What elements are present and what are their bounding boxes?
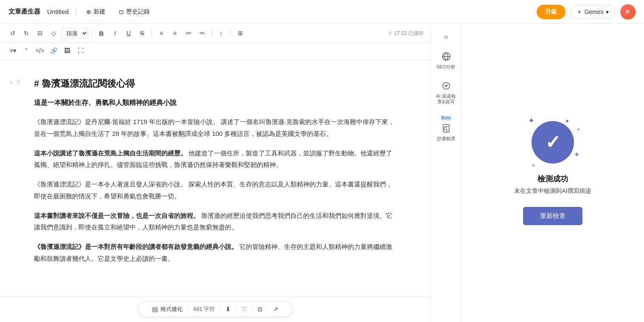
format-optimize-btn[interactable]: ▤ 格式優化	[147, 305, 188, 313]
article-para1[interactable]: 《魯濱遜漂流記》是丹尼爾·笛福於 1719 年出版的一本冒險小說。 講述了一個名…	[34, 116, 397, 140]
more-options-button[interactable]: ≡▾	[7, 45, 19, 56]
toolbar-sep2	[152, 29, 152, 37]
new-button-label: 新建	[93, 8, 105, 16]
sparkle-icon-4: ✦	[574, 150, 580, 159]
header-right: 升級 ✦ Gemini ▾ K	[537, 4, 636, 20]
editor-area: ↺ ↻ ⊟ ◇ 段落 B I U S ≡ ≡ ≔ ≕ ↕ ⊞ ✓ 17:22 已…	[0, 24, 431, 322]
fullscreen-button[interactable]: ⛶	[75, 45, 87, 56]
article-para2[interactable]: 這本小說講述了魯濱遜在荒島上獨自生活期間的經歷。 他建造了一個住所，製造了工具和…	[34, 147, 397, 171]
block-actions: + ⠿	[8, 78, 21, 87]
plagiarism-label: 抄袭检查	[437, 136, 456, 141]
paste-button[interactable]: ⊟	[34, 27, 46, 39]
success-title: 檢測成功	[537, 174, 568, 184]
main-area: ↺ ↻ ⊟ ◇ 段落 B I U S ≡ ≡ ≔ ≕ ↕ ⊞ ✓ 17:22 已…	[0, 24, 644, 322]
undo-button[interactable]: ↺	[7, 27, 19, 39]
history-button-label: 歷史記錄	[126, 8, 150, 16]
new-button[interactable]: ⊕ 新建	[83, 6, 109, 17]
copy-icon: ⧉	[258, 305, 262, 313]
article-para3[interactable]: 《魯濱遜漂流記》是一本令人著迷且發人深省的小說。 探索人性的本質、生存的意志以及…	[34, 178, 397, 202]
para2-bold: 這本小說講述了魯濱遜在荒島上獨自生活期間的經歷。	[34, 150, 187, 157]
heart-icon: ♡	[242, 305, 247, 313]
redo-button[interactable]: ↻	[20, 27, 32, 39]
upgrade-button[interactable]: 升級	[537, 5, 565, 19]
sparkle-icon-3: ✦	[532, 163, 535, 168]
bottom-toolbar: ▤ 格式優化 491 字符 ⬇ ♡ ⧉ ↗	[138, 302, 292, 317]
success-subtitle: 未在文章中檢測到AI撰寫痕迹	[514, 187, 591, 195]
unordered-list-button[interactable]: ≕	[196, 27, 208, 39]
article-para5[interactable]: 《魯濱遜漂流記》是一本對所有年齡段的讀者都有啟發意義的經典小說。 它的冒險精神、…	[34, 241, 397, 265]
italic-button[interactable]: I	[109, 27, 121, 39]
chevron-right-icon: »	[444, 32, 448, 41]
header-divider	[76, 8, 76, 16]
svg-point-5	[444, 127, 447, 130]
toolbar-sep3	[211, 29, 212, 37]
code-button[interactable]: </>	[34, 45, 46, 56]
seo-label: SEO分析	[436, 64, 456, 70]
gemini-button[interactable]: ✦ Gemini ▾	[571, 5, 615, 19]
save-status: ✓ 17:22 已儲存	[388, 30, 424, 37]
right-panel: ✓ ✦ ✦ ✦ ✦ ✦ 檢測成功 未在文章中檢測到AI撰寫痕迹 重新檢查	[461, 24, 644, 322]
header: 文章產生器 Untitled ⊕ 新建 ⊡ 歷史記錄 升級 ✦ Gemini ▾…	[0, 0, 644, 24]
strikethrough-button[interactable]: S	[136, 27, 148, 39]
save-status-text: ✓ 17:22 已儲存	[388, 30, 424, 37]
format-label: 格式優化	[160, 305, 183, 313]
paragraph-select[interactable]: 段落	[61, 28, 88, 39]
align-left-button[interactable]: ≡	[155, 27, 167, 39]
copy-btn[interactable]: ⧉	[253, 305, 268, 313]
link-button[interactable]: 🔗	[48, 45, 59, 56]
seo-analysis-button[interactable]: SEO分析	[434, 46, 458, 74]
sparkle-icon-5: ✦	[528, 116, 534, 125]
editor-content[interactable]: + ⠿ # 魯濱遜漂流記閱後心得 這是一本關於生存、勇氣和人類精神的經典小說 《…	[0, 60, 430, 296]
page-break-button[interactable]: ⊞	[234, 27, 246, 39]
history-button[interactable]: ⊡ 歷史記錄	[115, 6, 153, 17]
add-block-button[interactable]: +	[8, 78, 14, 87]
toolbar-row1: ↺ ↻ ⊟ ◇ 段落 B I U S ≡ ≡ ≔ ≕ ↕ ⊞ ✓ 17:22 已…	[0, 24, 430, 43]
gemini-button-label: Gemini	[585, 8, 603, 15]
ai-check-icon	[440, 80, 452, 92]
toolbar-sep1	[92, 29, 92, 37]
download-icon: ⬇	[225, 305, 231, 313]
checkmark-icon: ✓	[545, 131, 561, 153]
check-graphic: ✓ ✦ ✦ ✦ ✦ ✦	[532, 121, 574, 164]
document-title[interactable]: Untitled	[47, 8, 69, 15]
bold-button[interactable]: B	[96, 27, 107, 39]
quote-button[interactable]: "	[20, 45, 32, 56]
line-spacing-button[interactable]: ↕	[215, 27, 227, 39]
right-sidebar: » SEO分析 AI 痕迹检查&改写 Bet	[431, 24, 461, 322]
export-icon: ↗	[273, 305, 278, 313]
format-icon: ▤	[152, 305, 158, 313]
ai-label: AI 痕迹检查&改写	[436, 93, 456, 105]
sparkle-icon-1: ✦	[565, 118, 570, 124]
seo-icon	[440, 51, 452, 62]
chevron-down-icon: ▾	[606, 8, 609, 15]
toolbar-row2: ≡▾ " </> 🔗 🖼 ⛶	[0, 43, 430, 60]
plagiarism-icon	[440, 122, 452, 134]
para4-bold: 這本書對讀者來說不僅是一次冒險，也是一次自省的旅程。	[34, 212, 200, 219]
para5-bold: 《魯濱遜漂流記》是一本對所有年齡段的讀者都有啟發意義的經典小說。	[34, 243, 238, 250]
word-count: 491 字符	[188, 305, 220, 313]
avatar-initials: K	[626, 8, 630, 15]
ordered-list-button[interactable]: ≔	[183, 27, 194, 39]
history-icon: ⊡	[119, 8, 124, 15]
sidebar-collapse-button[interactable]: »	[440, 29, 451, 45]
avatar[interactable]: K	[620, 4, 636, 20]
favorite-btn[interactable]: ♡	[236, 305, 253, 313]
ai-check-button[interactable]: AI 痕迹检查&改写	[434, 76, 458, 109]
plagiarism-button[interactable]: Beta 抄袭检查	[434, 111, 458, 146]
align-center-button[interactable]: ≡	[169, 27, 181, 39]
brand-label: 文章產生器	[8, 8, 40, 16]
check-circle: ✓	[532, 121, 574, 164]
export-btn[interactable]: ↗	[268, 305, 284, 313]
editor-bottom: ▤ 格式優化 491 字符 ⬇ ♡ ⧉ ↗	[0, 296, 430, 322]
image-button[interactable]: 🖼	[61, 45, 73, 56]
recheck-button[interactable]: 重新檢查	[523, 207, 582, 225]
underline-button[interactable]: U	[123, 27, 135, 39]
download-btn[interactable]: ⬇	[220, 305, 236, 313]
drag-block-button[interactable]: ⠿	[15, 78, 21, 87]
article-para4[interactable]: 這本書對讀者來說不僅是一次冒險，也是一次自省的旅程。 魯濱遜的經歷迫使我們思考我…	[34, 210, 397, 234]
sparkle-icon-2: ✦	[577, 127, 580, 132]
beta-badge: Beta	[440, 115, 453, 121]
article-title[interactable]: # 魯濱遜漂流記閱後心得	[34, 77, 397, 90]
clear-format-button[interactable]: ◇	[48, 27, 59, 39]
article-subtitle[interactable]: 這是一本關於生存、勇氣和人類精神的經典小說	[34, 99, 397, 107]
